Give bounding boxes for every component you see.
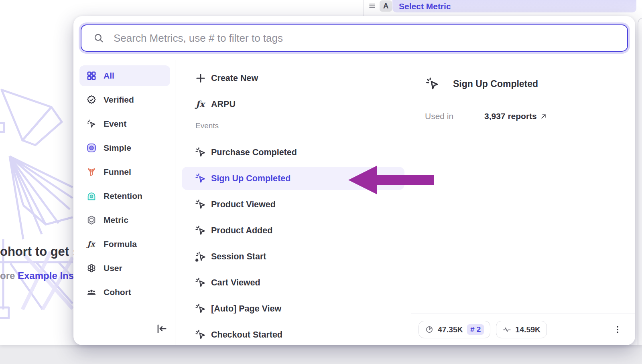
pulse-icon xyxy=(502,325,511,334)
sidebar-item-verified[interactable]: Verified xyxy=(79,89,170,110)
sidebar-item-label: All xyxy=(104,71,114,81)
plus-icon xyxy=(195,72,207,84)
metric-picker-modal: AllVerifiedEventSimpleFunnelRetentionMet… xyxy=(73,16,635,345)
event-row-cart-viewed[interactable]: Cart Viewed xyxy=(182,271,404,294)
sidebar-item-cohort[interactable]: Cohort xyxy=(79,282,170,303)
event-icon xyxy=(86,119,97,129)
rank-chip: # 2 xyxy=(467,324,484,335)
metric-icon xyxy=(86,215,97,225)
create-new-button[interactable]: Create New xyxy=(182,67,404,90)
event-icon xyxy=(195,277,207,289)
external-arrow-icon xyxy=(540,113,547,119)
reports-link-text: 3,937 reports xyxy=(484,111,537,121)
sidebar-item-all[interactable]: All xyxy=(79,65,170,86)
simple-icon xyxy=(86,143,97,153)
sidebar-item-label: User xyxy=(104,263,122,273)
event-row-checkout-started[interactable]: Checkout Started xyxy=(182,323,404,345)
sidebar-item-simple[interactable]: Simple xyxy=(79,138,170,158)
event-row-auto-page-view[interactable]: [Auto] Page View xyxy=(182,297,404,320)
sidebar-item-label: Cohort xyxy=(104,287,131,297)
event-icon xyxy=(195,303,207,315)
user-icon xyxy=(86,263,97,273)
event-label: Checkout Started xyxy=(211,330,282,340)
search-input[interactable] xyxy=(114,32,627,44)
event-icon xyxy=(195,172,207,184)
sidebar-footer xyxy=(73,312,175,345)
used-in-row: Used in 3,937 reports xyxy=(425,111,635,121)
event-label: Product Added xyxy=(211,226,272,236)
event-icon xyxy=(195,224,207,237)
metric-row-arpu[interactable]: ARPU xyxy=(182,93,404,116)
collapse-sidebar-icon[interactable] xyxy=(155,323,167,335)
drag-handle-icon[interactable] xyxy=(368,2,376,10)
background-right-panel-edge xyxy=(638,18,642,345)
event-icon xyxy=(195,329,207,341)
event-label: Sign Up Completed xyxy=(211,174,291,184)
event-row-product-viewed[interactable]: Product Viewed xyxy=(182,193,404,216)
event-row-product-added[interactable]: Product Added xyxy=(182,219,404,242)
sidebar-item-label: Event xyxy=(104,119,126,129)
grid-icon xyxy=(86,71,97,81)
event-icon xyxy=(195,198,207,210)
funnel-icon xyxy=(86,167,97,177)
metric-list: Create New ARPU Events Purchase Complete… xyxy=(175,60,411,345)
event-icon xyxy=(425,76,440,91)
weekly-count-pill[interactable]: 14.59K xyxy=(496,321,547,338)
event-label: Session Start xyxy=(211,252,266,262)
sidebar-item-label: Metric xyxy=(104,215,128,225)
sidebar-item-event[interactable]: Event xyxy=(79,113,170,134)
example-insights-link[interactable]: Example Ins xyxy=(18,270,74,281)
verified-icon xyxy=(86,95,97,105)
metric-row-label: ARPU xyxy=(211,99,236,109)
sidebar-item-retention[interactable]: Retention xyxy=(79,186,170,206)
sidebar-item-label: Verified xyxy=(104,95,134,105)
background-headline-fragment: ohort to get s xyxy=(0,245,79,259)
cohort-icon xyxy=(86,287,97,297)
total-count-pill[interactable]: 47.35K # 2 xyxy=(419,321,490,338)
used-in-label: Used in xyxy=(425,111,484,121)
panel-divider xyxy=(363,0,364,17)
events-section-header: Events xyxy=(195,121,411,133)
event-row-sign-up-completed[interactable]: Sign Up Completed xyxy=(182,167,404,190)
pie-chart-icon xyxy=(425,325,434,334)
event-icon xyxy=(195,146,207,158)
metric-detail-panel: Sign Up Completed Used in 3,937 reports … xyxy=(411,60,635,345)
create-new-label: Create New xyxy=(211,73,258,83)
search-box xyxy=(81,24,628,52)
sidebar-item-label: Formula xyxy=(104,239,137,249)
sidebar-item-metric[interactable]: Metric xyxy=(79,210,170,231)
sidebar-item-label: Funnel xyxy=(104,167,131,177)
search-focus-ring xyxy=(79,22,630,54)
total-count-value: 47.35K xyxy=(438,325,463,334)
search-icon xyxy=(93,33,104,43)
retention-icon xyxy=(86,191,97,201)
sidebar-item-user[interactable]: User xyxy=(79,258,170,279)
weekly-count-value: 14.59K xyxy=(515,325,540,334)
detail-title: Sign Up Completed xyxy=(453,79,538,89)
event-row-purchase-completed[interactable]: Purchase Completed xyxy=(182,141,404,164)
event-label: Cart Viewed xyxy=(211,278,260,288)
event-star-icon xyxy=(195,251,207,263)
formula-icon xyxy=(195,98,207,110)
category-sidebar: AllVerifiedEventSimpleFunnelRetentionMet… xyxy=(73,60,175,345)
formula-icon xyxy=(86,239,97,249)
sidebar-item-funnel[interactable]: Funnel xyxy=(79,162,170,182)
detail-header: Sign Up Completed xyxy=(411,60,635,91)
metric-letter-badge[interactable]: A xyxy=(380,0,392,12)
event-label: Purchase Completed xyxy=(211,148,297,158)
link-prefix-fragment: ore xyxy=(0,270,18,281)
event-row-session-start[interactable]: Session Start xyxy=(182,245,404,268)
sidebar-item-formula[interactable]: Formula xyxy=(79,234,170,255)
event-label: [Auto] Page View xyxy=(211,304,281,314)
modal-body: AllVerifiedEventSimpleFunnelRetentionMet… xyxy=(73,60,635,345)
event-label: Product Viewed xyxy=(211,200,276,210)
background-link-line: ore Example Ins xyxy=(0,270,74,281)
sidebar-item-label: Retention xyxy=(104,191,142,201)
sidebar-item-label: Simple xyxy=(104,143,131,153)
reports-link[interactable]: 3,937 reports xyxy=(484,111,547,121)
detail-footer: 47.35K # 2 14.59K xyxy=(411,313,635,345)
more-options-icon[interactable] xyxy=(613,325,622,334)
select-metric-bar[interactable]: Select Metric xyxy=(392,0,636,12)
select-metric-label: Select Metric xyxy=(399,2,451,11)
